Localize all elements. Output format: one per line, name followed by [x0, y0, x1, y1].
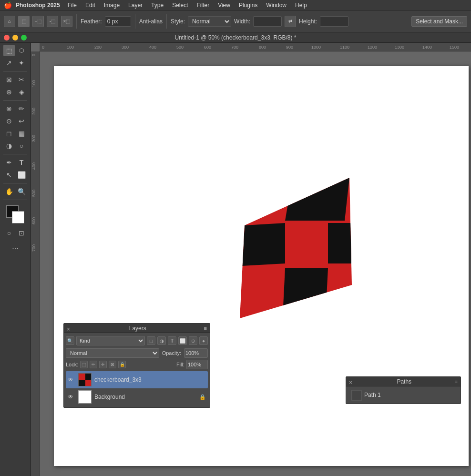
canvas-work-area[interactable]	[40, 51, 471, 476]
menu-help[interactable]: Help	[291, 1, 311, 10]
clone-stamp-tool[interactable]: ⊙	[3, 115, 15, 127]
lock-artboard-icon[interactable]: ⊠	[109, 361, 116, 368]
layer-visibility-eye-1[interactable]: 👁	[68, 376, 75, 383]
layers-panel-menu-icon[interactable]: ≡	[204, 325, 207, 331]
select-mask-button[interactable]: Select and Mask...	[411, 16, 467, 27]
app-name: Photoshop 2025	[16, 2, 60, 9]
close-button[interactable]	[4, 35, 10, 41]
filter-pixel-icon[interactable]: ◻	[147, 336, 155, 345]
home-button[interactable]: ⌂	[4, 16, 15, 27]
menu-view[interactable]: View	[214, 1, 234, 10]
marquee-subtract-option[interactable]: -⬚	[47, 16, 58, 27]
gradient-tool[interactable]: ▦	[16, 128, 27, 139]
additional-tools[interactable]: ···	[10, 243, 21, 254]
layers-panel-titlebar: × Layers ≡	[64, 324, 210, 333]
anti-alias-label: Anti-alias	[139, 18, 163, 25]
slice-tool[interactable]: ✂	[16, 74, 27, 85]
svg-rect-6	[79, 374, 85, 380]
layer-row-checkerboard[interactable]: 👁 checkerboard_3x3	[66, 371, 208, 388]
menu-type[interactable]: Type	[147, 1, 167, 10]
magic-wand-tool[interactable]: ✦	[16, 57, 27, 69]
ruler-tool[interactable]: ◈	[16, 86, 27, 98]
lock-position-icon[interactable]: ✛	[99, 361, 107, 368]
path-row-1[interactable]: Path 1	[348, 388, 459, 402]
brush-tool[interactable]: ✏	[16, 103, 27, 114]
marquee-rect-option[interactable]: ⬚	[18, 16, 30, 27]
screen-mode[interactable]: ⊡	[16, 227, 27, 239]
minimize-button[interactable]	[12, 35, 18, 41]
ruler-h-tick-700: 700	[231, 45, 238, 50]
paths-panel-menu-icon[interactable]: ≡	[455, 379, 458, 385]
filter-adjustment-icon[interactable]: ◑	[157, 336, 166, 345]
filter-shape-icon[interactable]: ⬜	[178, 336, 187, 345]
layers-close-icon[interactable]: ×	[67, 326, 72, 331]
eyedropper-tool[interactable]: ⊕	[3, 86, 15, 98]
history-brush-tool[interactable]: ↩	[16, 115, 27, 127]
zoom-tool[interactable]: 🔍	[16, 186, 27, 197]
menu-edit[interactable]: Edit	[82, 1, 99, 10]
marquee-intersect-option[interactable]: ×⬚	[61, 16, 72, 27]
menu-layer[interactable]: Layer	[124, 1, 146, 10]
layer-thumbnail-2	[78, 390, 92, 404]
fill-input[interactable]	[186, 360, 208, 369]
svg-marker-2	[285, 178, 349, 221]
shape-tool[interactable]: ⬜	[16, 169, 27, 181]
ruler-v-tick-700: 700	[31, 244, 36, 252]
menu-plugins[interactable]: Plugins	[235, 1, 261, 10]
filter-text-icon[interactable]: T	[168, 336, 176, 345]
width-input[interactable]	[253, 16, 282, 27]
lasso-tool[interactable]: ⬡	[16, 45, 27, 56]
ruler-h-tick-100: 100	[67, 45, 74, 50]
paths-panel-titlebar: × Paths ≡	[346, 377, 461, 386]
layer-row-background[interactable]: 👁 Background 🔒	[66, 388, 208, 405]
style-select[interactable]: Normal Fixed Ratio Fixed Size	[188, 16, 231, 27]
opacity-input[interactable]	[184, 348, 208, 358]
paths-close-icon[interactable]: ×	[349, 379, 354, 384]
ruler-h-tick-200: 200	[94, 45, 102, 50]
swap-dimensions-icon[interactable]: ⇄	[285, 16, 296, 27]
tool-row-2: ↗ ✦	[3, 57, 27, 69]
tool-divider-1	[3, 71, 27, 71]
blur-tool[interactable]: ◑	[3, 140, 15, 152]
ruler-h-tick-1500: 1500	[450, 45, 459, 50]
quick-mask-mode[interactable]: ○	[3, 227, 15, 239]
lock-image-icon[interactable]: ✏	[90, 361, 97, 368]
crop-tool[interactable]: ⊠	[3, 74, 15, 85]
lock-transparent-icon[interactable]: ⬚	[80, 361, 88, 368]
dodge-tool[interactable]: ○	[16, 140, 27, 152]
eraser-tool[interactable]: ◻	[3, 128, 15, 139]
menu-image[interactable]: Image	[100, 1, 123, 10]
ruler-v-tick-400: 400	[31, 162, 36, 170]
blend-mode-select[interactable]: Normal Multiply Screen	[66, 348, 159, 358]
hand-tool[interactable]: ✋	[3, 186, 15, 197]
feather-input[interactable]	[105, 16, 131, 27]
layer-visibility-eye-2[interactable]: 👁	[68, 394, 75, 400]
quick-selection-tool[interactable]: ↗	[3, 57, 15, 69]
lock-all-icon[interactable]: 🔒	[118, 361, 126, 368]
background-color[interactable]	[12, 211, 24, 223]
spot-healing-tool[interactable]: ⊗	[3, 103, 15, 114]
menu-select[interactable]: Select	[168, 1, 192, 10]
marquee-add-option[interactable]: +⬚	[32, 16, 44, 27]
menu-window[interactable]: Window	[262, 1, 290, 10]
filter-smartobj-icon[interactable]: ⊙	[189, 336, 197, 345]
pen-tool[interactable]: ✒	[3, 157, 15, 168]
path-selection-tool[interactable]: ↖	[3, 169, 15, 181]
layer-filter-select[interactable]: Kind Name	[76, 336, 145, 345]
type-tool[interactable]: T	[16, 157, 27, 168]
filter-toggle-icon[interactable]: ●	[199, 336, 208, 345]
layers-panel-content: 🔍 Kind Name ◻ ◑ T ⬜ ⊙ ● Normal	[64, 333, 210, 407]
main-area: ⬚ ⬡ ↗ ✦ ⊠ ✂ ⊕ ◈ ⊗ ✏ ⊙ ↩ ◻ ▦ ◑	[0, 43, 471, 476]
menu-file[interactable]: File	[64, 1, 81, 10]
color-picker-widget[interactable]	[6, 205, 24, 223]
ruler-h-tick-400: 400	[149, 45, 156, 50]
height-input[interactable]	[320, 16, 348, 27]
path-thumbnail-1	[351, 390, 361, 400]
rectangular-marquee-tool[interactable]: ⬚	[3, 45, 15, 56]
maximize-button[interactable]	[21, 35, 27, 41]
menu-filter[interactable]: Filter	[193, 1, 213, 10]
ruler-v-tick-100: 100	[31, 80, 36, 87]
paths-panel: × Paths ≡ Path 1	[346, 376, 461, 404]
canvas-container[interactable]: 0 100 200 300 400 500 600 700 800 900 10…	[31, 43, 471, 476]
search-layer-icon[interactable]: 🔍	[66, 336, 74, 345]
